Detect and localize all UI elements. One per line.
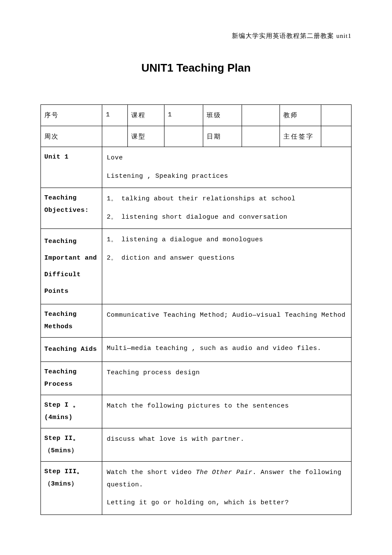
cell-step1-content: Match the following pictures to the sent… [102, 395, 352, 428]
table-row: Teaching Aids Multi—media teaching , suc… [41, 338, 352, 362]
cell-step2-label: Step II。（5mins） [41, 428, 102, 462]
table-row: Teaching Process Teaching process design [41, 362, 352, 395]
cell-course-label: 课程 [127, 105, 164, 126]
table-row: 周次 课型 日期 主任签字 [41, 126, 352, 147]
cell-unit-label: Unit 1 [41, 147, 102, 188]
page-header-context: 新编大学实用英语教程第二册教案 unit1 [40, 32, 352, 40]
cell-seq-label: 序号 [41, 105, 102, 126]
cell-points-content: 1。 listening a dialogue and monologues 2… [102, 229, 352, 304]
cell-class-value [242, 105, 280, 126]
cell-step3-label: Step III。（3mins） [41, 462, 102, 515]
cell-course-value: 1 [164, 105, 203, 126]
table-row: Step I 。(4mins) Match the following pict… [41, 395, 352, 428]
cell-unit-content: Love Listening , Speaking practices [102, 147, 352, 188]
cell-week-label: 周次 [41, 126, 102, 147]
table-row: Unit 1 Love Listening , Speaking practic… [41, 147, 352, 188]
cell-process-label: Teaching Process [41, 362, 102, 395]
cell-aids-label: Teaching Aids [41, 338, 102, 362]
cell-step1-label: Step I 。(4mins) [41, 395, 102, 428]
table-row: Teaching Objectives: 1。 talking about th… [41, 188, 352, 229]
cell-process-content: Teaching process design [102, 362, 352, 395]
table-row: Teaching Methods Communicative Teaching … [41, 304, 352, 338]
cell-objectives-content: 1。 talking about their relationships at … [102, 188, 352, 229]
cell-type-value [164, 126, 203, 147]
cell-methods-content: Communicative Teaching Method; Audio—vis… [102, 304, 352, 338]
cell-seq-value: 1 [102, 105, 127, 126]
page-title: UNIT1 Teaching Plan [40, 61, 352, 75]
cell-step2-content: discuss what love is with partner. [102, 428, 352, 462]
cell-sign-value [321, 126, 352, 147]
table-row: Step II。（5mins） discuss what love is wit… [41, 428, 352, 462]
cell-teacher-label: 教师 [280, 105, 321, 126]
table-row: Teaching Important and Difficult Points … [41, 229, 352, 304]
teaching-plan-table: 序号 1 课程 1 班级 教师 周次 课型 日期 主任签字 Unit 1 Lov… [40, 104, 352, 515]
cell-aids-content: Multi—media teaching , such as audio and… [102, 338, 352, 362]
cell-class-label: 班级 [203, 105, 242, 126]
cell-week-value [102, 126, 127, 147]
cell-methods-label: Teaching Methods [41, 304, 102, 338]
table-row: Step III。（3mins） Watch the short video T… [41, 462, 352, 515]
cell-step3-content: Watch the short video The Other Pair. An… [102, 462, 352, 515]
cell-sign-label: 主任签字 [280, 126, 321, 147]
cell-date-value [242, 126, 280, 147]
cell-type-label: 课型 [127, 126, 164, 147]
cell-teacher-value [321, 105, 352, 126]
cell-points-label: Teaching Important and Difficult Points [41, 229, 102, 304]
table-row: 序号 1 课程 1 班级 教师 [41, 105, 352, 126]
cell-date-label: 日期 [203, 126, 242, 147]
cell-objectives-label: Teaching Objectives: [41, 188, 102, 229]
